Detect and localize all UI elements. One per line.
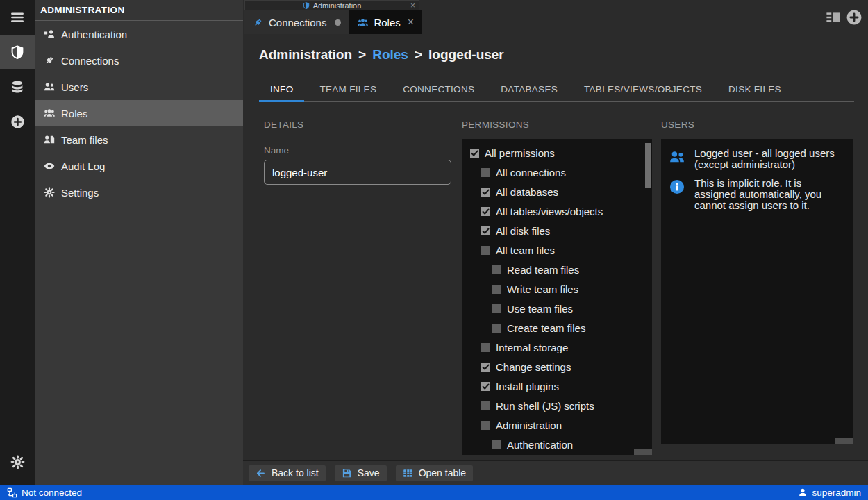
logged-in-user: superadmin xyxy=(798,488,861,498)
info-icon xyxy=(669,179,685,194)
permission-label: All databases xyxy=(496,186,558,198)
shield-icon xyxy=(10,45,24,59)
permission-administration[interactable]: Administration xyxy=(462,415,652,435)
plus-circle-icon[interactable] xyxy=(846,9,862,26)
roles-icon xyxy=(358,17,368,28)
permission-all-team-files[interactable]: All team files xyxy=(462,240,652,260)
menu-icon xyxy=(10,10,25,25)
permission-all-permissions[interactable]: All permissions xyxy=(462,143,652,162)
open-table-button[interactable]: Open table xyxy=(396,465,474,481)
permissions-scrollbar-thumb[interactable] xyxy=(645,143,651,188)
rail-settings-button[interactable] xyxy=(0,444,35,479)
permissions-heading: PERMISSIONS xyxy=(462,119,652,130)
sidebar-item-authentication[interactable]: Authentication xyxy=(35,21,243,47)
permission-run-shell-js-scripts[interactable]: Run shell (JS) scripts xyxy=(462,396,652,415)
permission-use-team-files[interactable]: Use team files xyxy=(462,299,652,318)
app-tab-roles[interactable]: Roles× xyxy=(349,10,422,34)
arrow-left-icon xyxy=(256,468,266,478)
users-entry: Logged user - all logged users (except a… xyxy=(669,148,845,170)
checkbox-checked[interactable] xyxy=(481,226,490,235)
tab-group-tabs: ConnectionsRoles× xyxy=(244,10,419,34)
rail-add-connection-button[interactable] xyxy=(0,104,35,139)
permissions-hscroll-thumb[interactable] xyxy=(634,449,652,455)
users-entry-text: This is implicit role. It is assigned au… xyxy=(694,178,845,211)
not-connected-icon xyxy=(7,488,17,498)
tab-tables-views-objects[interactable]: TABLES/VIEWS/OBJECTS xyxy=(573,77,713,102)
sidebar-item-connections[interactable]: Connections xyxy=(35,47,243,74)
checkbox-unchecked[interactable] xyxy=(481,401,490,410)
breadcrumb-separator: > xyxy=(415,47,422,62)
checkbox-unchecked[interactable] xyxy=(492,285,501,294)
rail-menu-button[interactable] xyxy=(0,0,35,35)
checkbox-checked[interactable] xyxy=(481,188,490,197)
sidebar-item-audit-log[interactable]: Audit Log xyxy=(35,153,243,179)
gear-icon xyxy=(44,187,55,198)
checkbox-checked[interactable] xyxy=(470,149,479,158)
users-column: USERS Logged user - all logged users (ex… xyxy=(661,119,853,444)
permission-all-connections[interactable]: All connections xyxy=(462,162,652,182)
permission-write-team-files[interactable]: Write team files xyxy=(462,279,652,299)
tab-connections[interactable]: CONNECTIONS xyxy=(392,77,485,102)
name-input[interactable] xyxy=(264,160,451,185)
rail-databases-button[interactable] xyxy=(0,69,35,104)
layout-icon[interactable] xyxy=(826,10,841,25)
permission-internal-storage[interactable]: Internal storage xyxy=(462,338,652,357)
tab-team-files[interactable]: TEAM FILES xyxy=(308,77,387,102)
permission-install-plugins[interactable]: Install plugins xyxy=(462,376,652,396)
checkbox-unchecked[interactable] xyxy=(492,265,501,274)
close-tab-icon[interactable]: × xyxy=(408,16,414,28)
back-to-list-button[interactable]: Back to list xyxy=(249,465,326,481)
permission-create-team-files[interactable]: Create team files xyxy=(462,318,652,338)
database-icon xyxy=(10,80,24,94)
permission-label: Internal storage xyxy=(496,342,568,353)
permission-authentication[interactable]: Authentication xyxy=(462,435,652,454)
permission-all-tables-views-objects[interactable]: All tables/views/objects xyxy=(462,201,652,221)
breadcrumb-roles[interactable]: Roles xyxy=(372,47,408,62)
tab-strip: Administration × ConnectionsRoles× xyxy=(243,0,868,35)
users-icon xyxy=(44,81,55,92)
permission-change-settings[interactable]: Change settings xyxy=(462,357,652,376)
checkbox-unchecked[interactable] xyxy=(481,421,490,430)
checkbox-unchecked[interactable] xyxy=(492,440,501,449)
users-hscroll-thumb[interactable] xyxy=(835,438,853,444)
permission-all-databases[interactable]: All databases xyxy=(462,182,652,201)
save-icon xyxy=(342,468,352,478)
save-button[interactable]: Save xyxy=(335,465,387,481)
permission-read-team-files[interactable]: Read team files xyxy=(462,260,652,279)
bottom-toolbar: Back to listSaveOpen table xyxy=(243,460,868,485)
permission-label: All connections xyxy=(496,167,566,178)
checkbox-checked[interactable] xyxy=(481,382,490,391)
status-bar: Not connected superadmin xyxy=(0,485,868,500)
sidebar-item-label: Connections xyxy=(61,55,119,67)
checkbox-checked[interactable] xyxy=(481,362,490,372)
close-group-icon[interactable]: × xyxy=(410,1,415,10)
checkbox-unchecked[interactable] xyxy=(481,246,490,255)
rail-items xyxy=(0,0,35,139)
checkbox-unchecked[interactable] xyxy=(481,168,490,177)
breadcrumb: Administration>Roles>logged-user xyxy=(259,47,504,62)
checkbox-unchecked[interactable] xyxy=(481,343,490,352)
users-panel: Logged user - all logged users (except a… xyxy=(661,139,853,444)
sidebar-item-roles[interactable]: Roles xyxy=(35,100,243,126)
detail-tabs: INFOTEAM FILESCONNECTIONSDATABASESTABLES… xyxy=(259,77,854,102)
tab-info[interactable]: INFO xyxy=(259,77,304,102)
button-label: Open table xyxy=(419,467,467,478)
tab-disk-files[interactable]: DISK FILES xyxy=(717,77,792,102)
app-tab-connections[interactable]: Connections xyxy=(244,10,349,34)
sidebar: ADMINISTRATION AuthenticationConnections… xyxy=(35,0,243,485)
rail-administration-button[interactable] xyxy=(0,35,35,69)
tab-databases[interactable]: DATABASES xyxy=(490,77,569,102)
sidebar-item-settings[interactable]: Settings xyxy=(35,179,243,206)
checkbox-checked[interactable] xyxy=(481,207,490,216)
checkbox-unchecked[interactable] xyxy=(492,304,501,313)
permission-label: Administration xyxy=(496,419,562,431)
sidebar-item-users[interactable]: Users xyxy=(35,74,243,100)
gear-icon xyxy=(10,455,25,469)
sidebar-item-team-files[interactable]: Team files xyxy=(35,126,243,153)
permissions-column: PERMISSIONS All permissionsAll connectio… xyxy=(462,119,652,455)
tab-group-administration: Administration × ConnectionsRoles× xyxy=(244,0,419,34)
permission-all-disk-files[interactable]: All disk files xyxy=(462,221,652,240)
permission-label: Create team files xyxy=(507,322,585,334)
plug-icon xyxy=(253,17,263,28)
checkbox-unchecked[interactable] xyxy=(492,324,501,333)
